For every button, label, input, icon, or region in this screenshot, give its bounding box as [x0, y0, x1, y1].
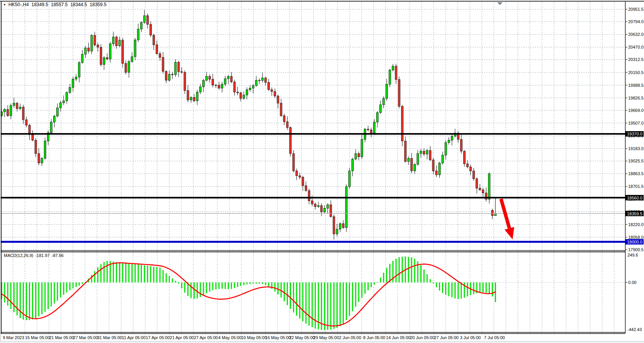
- time-tick-label: 21 Apr 05:00: [170, 335, 194, 340]
- time-tick-label: 17 Apr 05:00: [146, 335, 170, 340]
- symbol-period-label: HK50-,H4: [8, 2, 29, 7]
- macd-scale: 249.60.00-442.43: [625, 253, 642, 332]
- price-tag-label: 19370.0: [627, 132, 642, 136]
- time-tick-label: 11 Apr 05:00: [122, 335, 146, 340]
- macd-scale-top: 249.6: [627, 253, 638, 257]
- price-tick-label: 20794.0: [628, 19, 644, 24]
- symbol-header: ▼HK50-,H418349.518557.518344.518359.5: [3, 2, 109, 7]
- price-tick-label: 20150.5: [628, 70, 644, 75]
- macd-indicator-label: MACD(12,26,9)-181.97-87.56: [4, 253, 66, 258]
- macd-name: MACD(12,26,9): [4, 253, 33, 258]
- price-tick-label: 17900.5: [628, 247, 644, 252]
- macd-main-value: -181.97: [35, 253, 49, 258]
- ohlc-open: 18349.5: [32, 2, 48, 7]
- price-tick-label: 20951.5: [628, 7, 644, 12]
- chart-window: 20951.520794.020632.020470.020312.520150…: [0, 0, 644, 343]
- chart-shift-marker-icon[interactable]: [497, 2, 503, 5]
- time-tick-label: 8 Jun 05:00: [363, 335, 385, 340]
- grid-layer: [1, 2, 625, 335]
- price-tick-label: 19826.5: [628, 96, 644, 100]
- ohlc-low: 18344.5: [70, 2, 87, 7]
- time-tick-label: 14 Jun 05:00: [386, 335, 411, 340]
- time-tick-label: 3 Jul 05:00: [460, 335, 481, 340]
- price-tick-label: 20470.0: [628, 45, 644, 49]
- time-tick-label: 27 Mar 05:00: [73, 335, 98, 340]
- price-axis[interactable]: 20951.520794.020632.020470.020312.520150…: [625, 7, 644, 252]
- price-tag-label: 18560.0: [627, 196, 642, 200]
- time-tick-label: 9 Mar 2023: [3, 335, 24, 340]
- time-tick-label: 4 May 05:00: [218, 335, 242, 340]
- time-tick-label: 10 May 05:00: [241, 335, 267, 340]
- price-tag-label: 18359.5: [627, 211, 642, 216]
- ohlc-high: 18557.5: [51, 2, 67, 7]
- time-tick-label: 22 May 05:00: [289, 335, 315, 340]
- macd-scale-bottom: -442.43: [627, 327, 642, 332]
- price-tick-label: 18863.5: [628, 171, 644, 176]
- price-tick-label: 18701.5: [628, 184, 644, 189]
- price-tick-label: 18220.0: [628, 222, 644, 227]
- time-tick-label: 15 Mar 05:00: [25, 335, 50, 340]
- time-tick-label: 7 Jul 05:00: [484, 335, 505, 340]
- down-arrow-annotation[interactable]: [501, 199, 514, 239]
- window-bottom-strip: [0, 341, 644, 343]
- price-tick-label: 18058.0: [628, 235, 644, 240]
- macd-signal-value: -87.56: [52, 253, 64, 258]
- price-tick-label: 19183.0: [628, 146, 644, 151]
- price-tick-label: 19988.5: [628, 83, 644, 88]
- price-tick-label: 20632.0: [628, 32, 644, 37]
- price-tick-label: 19669.0: [628, 108, 644, 113]
- price-tick-label: 19507.0: [628, 121, 644, 125]
- ohlc-close: 18359.5: [90, 2, 106, 7]
- time-tick-label: 27 Jun 05:00: [434, 335, 459, 340]
- price-tick-label: 19025.5: [628, 159, 644, 163]
- symbol-dropdown-icon[interactable]: ▼: [3, 3, 6, 7]
- candles-layer: [1, 10, 497, 240]
- chart-canvas[interactable]: 20951.520794.020632.020470.020312.520150…: [0, 0, 644, 343]
- time-tick-label: 16 May 05:00: [265, 335, 291, 340]
- macd-scale-zero: 0.00: [628, 280, 636, 285]
- time-tick-label: 31 Mar 05:00: [97, 335, 122, 340]
- time-tick-label: 21 Mar 05:00: [49, 335, 74, 340]
- time-axis[interactable]: 9 Mar 202315 Mar 05:0021 Mar 05:0027 Mar…: [3, 335, 505, 340]
- price-tag-label: 18000.0: [627, 240, 642, 244]
- time-tick-label: 27 Apr 05:00: [194, 335, 218, 340]
- time-tick-label: 29 May 05:00: [313, 335, 339, 340]
- time-tick-label: 2 Jun 05:00: [339, 335, 362, 340]
- level-lines-layer[interactable]: [1, 134, 625, 242]
- time-tick-label: 20 Jun 05:00: [410, 335, 435, 340]
- price-tick-label: 20312.5: [628, 57, 644, 62]
